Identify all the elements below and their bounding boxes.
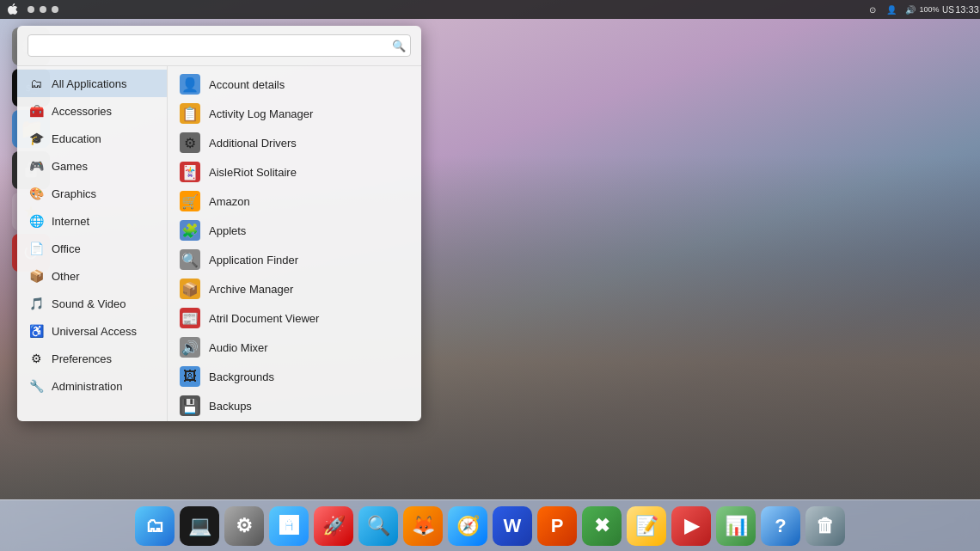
cat-icon-preferences: ⚙	[28, 350, 45, 367]
dock-icon-glyph-calc: ✖	[594, 515, 609, 537]
category-item-education[interactable]: 🎓Education	[17, 125, 167, 152]
app-icon-archive: 📦	[180, 279, 200, 299]
category-item-accessories[interactable]: 🧰Accessories	[17, 97, 167, 125]
search-wrapper: 🔍	[28, 34, 411, 57]
cat-label-sound: Sound & Video	[52, 297, 126, 310]
app-item-amazon[interactable]: 🛒Amazon	[168, 187, 421, 216]
dock-icon-glyph-safari: 🧭	[456, 515, 480, 537]
app-label-aisleriot: AisleRiot Solitaire	[209, 166, 297, 179]
categories-panel: 🗂All Applications🧰Accessories🎓Education🎮…	[17, 66, 168, 421]
menubar-left	[7, 3, 58, 15]
category-item-internet[interactable]: 🌐Internet	[17, 207, 167, 235]
app-label-backups: Backups	[209, 400, 252, 413]
app-item-drivers[interactable]: ⚙Additional Drivers	[168, 128, 421, 157]
dock-icon-monitor[interactable]: 📊	[716, 506, 756, 546]
dock-icon-calc[interactable]: ✖	[582, 506, 622, 546]
app-item-backgrounds[interactable]: 🖼Backgrounds	[168, 362, 421, 391]
app-icon-amazon: 🛒	[180, 191, 200, 211]
app-item-archive[interactable]: 📦Archive Manager	[168, 274, 421, 303]
cat-label-education: Education	[52, 132, 101, 145]
network-icon: ⊙	[867, 3, 879, 15]
app-label-account: Account details	[209, 78, 285, 91]
app-item-aisleriot[interactable]: 🃏AisleRiot Solitaire	[168, 157, 421, 187]
dock-icon-search[interactable]: 🔍	[358, 506, 398, 546]
cat-label-other: Other	[52, 270, 80, 283]
cat-label-accessories: Accessories	[52, 105, 112, 118]
dock-icon-pres[interactable]: P	[537, 506, 577, 546]
dock-icon-finder[interactable]: 🗂	[135, 506, 175, 546]
apps-list-panel: 👤Account details📋Activity Log Manager⚙Ad…	[168, 66, 421, 421]
app-label-amazon: Amazon	[209, 195, 250, 208]
app-item-appfinder[interactable]: 🔍Application Finder	[168, 245, 421, 274]
dock-icon-appstore[interactable]: 🅰	[269, 506, 309, 546]
cat-icon-office: 📄	[28, 240, 45, 257]
dock-icon-trash[interactable]: 🗑	[805, 506, 845, 546]
menubar-right: ⊙ 👤 🔊 100% US 13:33	[867, 3, 973, 15]
app-icon-atril: 📰	[180, 308, 200, 328]
dock-icon-glyph-pres: P	[551, 515, 564, 537]
app-icon-audio: 🔊	[180, 337, 200, 358]
volume-icon: 🔊	[904, 3, 916, 15]
dock-icon-notes[interactable]: 📝	[627, 506, 666, 546]
app-item-applets[interactable]: 🧩Applets	[168, 216, 421, 245]
dock-icon-settings[interactable]: ⚙	[224, 506, 264, 546]
app-icon-backups: 💾	[180, 395, 200, 416]
user-icon: 👤	[885, 3, 897, 15]
dock-icon-glyph-terminal: 💻	[188, 515, 211, 537]
dock-icon-dvd[interactable]: ▶	[671, 506, 711, 546]
app-label-audio: Audio Mixer	[209, 341, 268, 354]
app-icon-appfinder: 🔍	[180, 249, 200, 270]
dock-icon-help[interactable]: ?	[761, 506, 800, 546]
category-item-office[interactable]: 📄Office	[17, 235, 167, 262]
cat-label-games: Games	[52, 160, 88, 173]
app-item-audio[interactable]: 🔊Audio Mixer	[168, 333, 421, 362]
cat-label-preferences: Preferences	[52, 352, 112, 365]
app-menu: 🔍 🗂All Applications🧰Accessories🎓Educatio…	[17, 26, 421, 421]
app-item-activity[interactable]: 📋Activity Log Manager	[168, 99, 421, 128]
dock-icon-terminal[interactable]: 💻	[180, 506, 219, 546]
category-item-preferences[interactable]: ⚙Preferences	[17, 345, 167, 372]
app-label-atril: Atril Document Viewer	[209, 312, 319, 325]
dock-icon-safari[interactable]: 🧭	[448, 506, 487, 546]
app-item-backups[interactable]: 💾Backups	[168, 391, 421, 420]
menubar-dot3	[52, 6, 58, 13]
dock-icon-firefox[interactable]: 🦊	[403, 506, 443, 546]
category-item-sound[interactable]: 🎵Sound & Video	[17, 290, 167, 317]
app-label-archive: Archive Manager	[209, 283, 293, 296]
search-icon: 🔍	[392, 40, 406, 52]
menubar: ⊙ 👤 🔊 100% US 13:33	[0, 0, 980, 19]
desktop: ⊙ 👤 🔊 100% US 13:33 $_ 📁	[0, 0, 980, 551]
app-icon-drivers: ⚙	[180, 132, 200, 153]
dock-icon-word[interactable]: W	[493, 506, 532, 546]
battery-icon: 100%	[923, 3, 935, 15]
app-item-atril[interactable]: 📰Atril Document Viewer	[168, 303, 421, 333]
category-item-universal[interactable]: ♿Universal Access	[17, 317, 167, 345]
cat-label-universal: Universal Access	[52, 325, 137, 338]
category-item-all[interactable]: 🗂All Applications	[17, 70, 167, 97]
app-icon-applets: 🧩	[180, 220, 200, 241]
cat-icon-education: 🎓	[28, 130, 45, 147]
dock-icon-glyph-help: ?	[775, 515, 786, 537]
cat-icon-universal: ♿	[28, 322, 45, 340]
search-input[interactable]	[28, 34, 411, 57]
cat-icon-accessories: 🧰	[28, 102, 45, 119]
cat-icon-other: 📦	[28, 267, 45, 285]
cat-label-internet: Internet	[52, 215, 89, 228]
app-item-account[interactable]: 👤Account details	[168, 70, 421, 99]
battery-percent: 100%	[919, 5, 939, 14]
category-item-games[interactable]: 🎮Games	[17, 152, 167, 180]
category-item-graphics[interactable]: 🎨Graphics	[17, 180, 167, 207]
category-item-other[interactable]: 📦Other	[17, 262, 167, 290]
cat-icon-administration: 🔧	[28, 377, 45, 395]
category-item-administration[interactable]: 🔧Administration	[17, 372, 167, 400]
dock-icon-glyph-settings: ⚙	[236, 515, 253, 537]
cat-icon-internet: 🌐	[28, 212, 45, 230]
dock-icon-launch[interactable]: 🚀	[314, 506, 353, 546]
search-button[interactable]: 🔍	[392, 40, 406, 52]
dock-icon-glyph-monitor: 📊	[725, 515, 748, 537]
menu-body: 🗂All Applications🧰Accessories🎓Education🎮…	[17, 66, 421, 421]
app-label-drivers: Additional Drivers	[209, 137, 297, 150]
bottom-dock: 🗂💻⚙🅰🚀🔍🦊🧭WP✖📝▶📊?🗑	[0, 499, 980, 551]
cat-icon-all: 🗂	[28, 75, 45, 92]
search-bar: 🔍	[17, 26, 421, 66]
